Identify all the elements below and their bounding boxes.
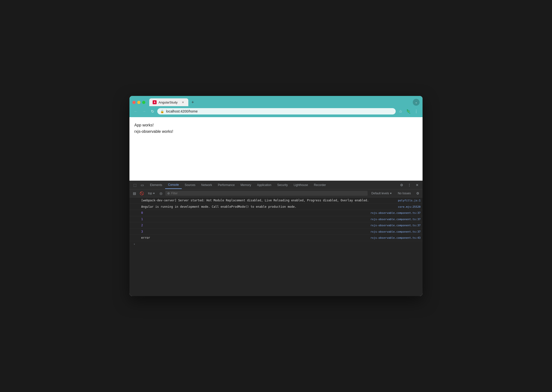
number-0-content: 0 [141,211,367,215]
context-label: top [148,192,152,195]
refresh-button[interactable]: ↻ [149,108,156,115]
browser-window: A AngularStudy × + ⌄ ← → ↻ 🔒 localhost:4… [129,96,423,296]
no-issues-label: No Issues [398,192,411,195]
toggle-sidebar-button[interactable]: ▤ [131,190,137,196]
tab-close-button[interactable]: × [181,100,185,104]
devtools-close-button[interactable]: ✕ [414,182,421,188]
tab-console[interactable]: Console [165,181,182,189]
console-toolbar: ▤ 🚫 top ▾ ◎ ⊘ Default levels ▾ No Issues… [129,189,423,197]
angular-message-link[interactable]: core.mjs:25520 [394,205,421,209]
lock-icon: 🔒 [160,110,164,113]
browser-tab[interactable]: A AngularStudy × [149,98,188,106]
tab-elements[interactable]: Elements [147,181,165,189]
context-arrow-icon: ▾ [153,192,155,195]
webpack-message-content: [webpack-dev-server] Server started: Hot… [141,198,394,203]
number-3-link[interactable]: rxjs-observable.component.ts:37 [367,230,421,234]
levels-dropdown-icon: ▾ [390,192,392,195]
number-2-value: 2 [141,224,143,227]
tab-security[interactable]: Security [274,181,291,189]
clear-console-button[interactable]: 🚫 [139,190,145,196]
context-selector[interactable]: top ▾ [146,191,157,196]
devtools-tab-actions: ⚙ ⋮ ✕ [398,182,421,188]
number-2-content: 2 [141,223,367,227]
devtools-icon-buttons: ⬚ ▭ [131,181,146,189]
devtools-tab-bar: ⬚ ▭ Elements Console Sources Network Per… [129,181,423,189]
console-prompt: › [129,241,423,247]
filter-input[interactable] [171,192,366,195]
tab-title: AngularStudy [159,101,179,104]
tab-memory[interactable]: Memory [238,181,254,189]
device-toolbar-button[interactable]: ▭ [139,181,146,189]
inspect-element-button[interactable]: ⬚ [131,181,138,189]
default-levels-label: Default levels [372,192,389,195]
new-tab-button[interactable]: + [189,99,196,106]
page-content: App works! rxjs-observable works! [129,117,423,181]
angular-message-content: Angular is running in development mode. … [141,205,394,209]
tab-application[interactable]: Application [254,181,274,189]
close-window-button[interactable] [132,101,136,104]
console-message-0: 0 rxjs-observable.component.ts:37 [129,210,423,216]
bookmark-button[interactable]: ☆ [397,108,404,115]
prompt-chevron-icon: › [133,242,135,246]
console-prompt-input[interactable] [137,242,421,246]
console-message-angular: Angular is running in development mode. … [129,204,423,210]
devtools-settings-button[interactable]: ⚙ [398,182,405,188]
address-bar[interactable]: 🔒 localhost:4200/home [157,108,396,114]
console-message-1: 1 rxjs-observable.component.ts:37 [129,216,423,223]
eye-button[interactable]: ◎ [158,190,164,196]
number-1-link[interactable]: rxjs-observable.component.ts:37 [367,217,421,222]
window-controls [132,101,145,104]
number-3-content: 3 [141,229,367,234]
tab-lighthouse[interactable]: Lighthouse [291,181,311,189]
page-line1: App works! [134,122,418,128]
console-settings-button[interactable]: ⚙ [415,190,421,196]
tab-favicon: A [153,100,157,104]
number-0-link[interactable]: rxjs-observable.component.ts:37 [367,211,421,215]
title-bar: A AngularStudy × + ⌄ ← → ↻ 🔒 localhost:4… [129,96,423,117]
console-message-webpack: [webpack-dev-server] Server started: Hot… [129,197,423,204]
number-1-content: 1 [141,217,367,221]
number-2-link[interactable]: rxjs-observable.component.ts:37 [367,224,421,228]
error-message-content: error [141,236,367,240]
address-actions: ☆ 🦎 ⋮ [397,108,420,115]
filter-input-wrap: ⊘ [165,191,368,196]
console-message-3: 3 rxjs-observable.component.ts:37 [129,229,423,235]
webpack-message-link[interactable]: polyfills.js:1 [394,199,421,203]
minimize-window-button[interactable] [137,101,140,104]
number-0-value: 0 [141,211,143,215]
filter-icon: ⊘ [167,192,170,195]
devtools-more-button[interactable]: ⋮ [406,182,413,188]
console-message-2: 2 rxjs-observable.component.ts:37 [129,222,423,229]
default-levels-button[interactable]: Default levels ▾ [369,191,394,196]
tab-sources[interactable]: Sources [182,181,198,189]
tab-expand-button[interactable]: ⌄ [413,99,420,106]
error-message-link[interactable]: rxjs-observable.component.ts:43 [367,236,421,240]
console-output[interactable]: [webpack-dev-server] Server started: Hot… [129,197,423,296]
page-line2: rxjs-observable works! [134,128,418,135]
devtools-panel: ⬚ ▭ Elements Console Sources Network Per… [129,181,423,296]
tab-performance[interactable]: Performance [215,181,238,189]
menu-button[interactable]: ⋮ [413,108,420,115]
tab-row: A AngularStudy × + ⌄ [129,96,423,106]
address-text: localhost:4200/home [166,109,393,113]
address-row: ← → ↻ 🔒 localhost:4200/home ☆ 🦎 ⋮ [129,106,423,117]
avatar-button[interactable]: 🦎 [405,108,412,115]
maximize-window-button[interactable] [142,101,145,104]
number-3-value: 3 [141,230,143,233]
console-message-error: error rxjs-observable.component.ts:43 [129,235,423,241]
no-issues-button[interactable]: No Issues [395,191,413,196]
tab-recorder[interactable]: Recorder [311,181,329,189]
number-1-value: 1 [141,217,143,221]
forward-button[interactable]: → [141,108,148,115]
back-button[interactable]: ← [132,108,139,115]
tab-network[interactable]: Network [198,181,215,189]
error-text: error [141,236,150,239]
